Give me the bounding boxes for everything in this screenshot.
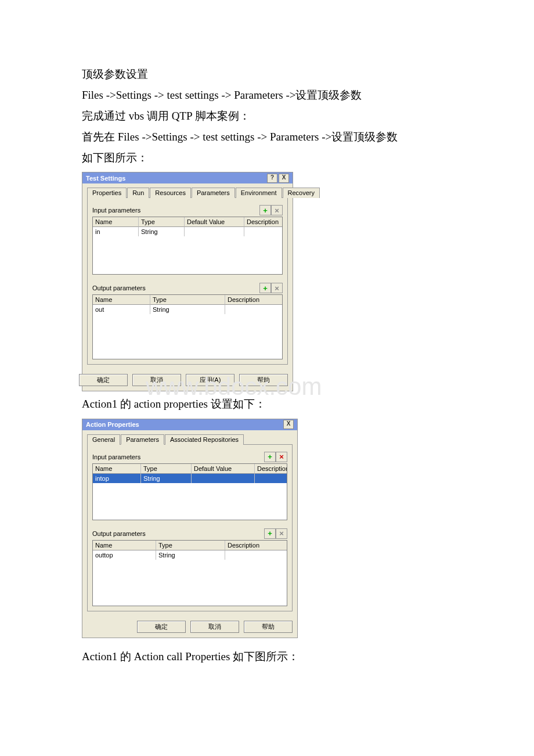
cell-description [255,474,287,483]
dialog-buttons: 确定 取消 帮助 [82,616,297,638]
cell-description [225,550,287,560]
cell-default [192,474,255,483]
cell-type: String [150,305,225,314]
action-properties-dialog: Action Properties X General Parameters A… [82,419,298,638]
output-parameters-grid[interactable]: Name Type Description outtop String [92,540,287,606]
tab-properties[interactable]: Properties [87,188,127,198]
tabs: General Parameters Associated Repositori… [87,434,293,444]
delete-icon[interactable]: × [271,283,283,293]
table-header: Name Type Default Value Description [93,217,282,227]
tab-recovery[interactable]: Recovery [283,188,320,198]
col-default: Default Value [192,464,255,474]
cell-type: String [156,550,225,560]
add-icon[interactable]: + [264,528,276,539]
doc-text: Files ->Settings -> test settings -> Par… [82,85,453,106]
output-parameters-label: Output parameters [92,285,146,291]
col-name: Name [93,217,139,227]
cell-name: in [93,227,139,236]
col-description: Description [244,217,282,227]
col-type: Type [141,464,192,474]
delete-icon[interactable]: × [276,528,287,539]
table-header: Name Type Default Value Description [93,464,287,474]
delete-icon[interactable]: × [271,205,283,215]
output-parameters-label: Output parameters [92,530,146,537]
col-type: Type [150,295,225,305]
test-settings-dialog: Test Settings ? X Properties Run Resourc… [82,172,293,391]
doc-heading: 顶级参数设置 [82,64,453,85]
col-name: Name [93,541,156,550]
cell-default [185,227,244,236]
tab-general[interactable]: General [87,434,120,445]
col-description: Description [225,295,282,305]
tab-panel: Input parameters + × Name Type Default V… [87,444,293,611]
doc-text: 完成通过 vbs 调用 QTP 脚本案例： [82,106,453,127]
dialog-title: Action Properties [86,421,139,428]
add-icon[interactable]: + [259,283,271,293]
cell-description [225,305,282,314]
add-icon[interactable]: + [259,205,271,215]
tab-panel: Input parameters + × Name Type Default V… [87,197,288,365]
cell-name: intop [93,474,141,483]
cell-name: out [93,305,150,314]
tab-run[interactable]: Run [127,188,149,198]
table-row[interactable]: in String [93,227,282,236]
titlebar: Action Properties X [82,419,297,430]
help-button[interactable]: 帮助 [239,374,288,386]
help-icon[interactable]: ? [267,174,277,183]
ok-button[interactable]: 确定 [137,621,186,633]
tab-resources[interactable]: Resources [150,188,191,198]
cancel-button[interactable]: 取消 [190,621,239,633]
doc-text: Action1 的 action properties 设置如下： [82,394,453,415]
ok-button[interactable]: 确定 [79,374,128,386]
doc-text: Action1 的 Action call Properties 如下图所示： [82,646,453,667]
table-row[interactable]: outtop String [93,550,287,560]
input-parameters-label: Input parameters [92,453,140,460]
output-parameters-grid[interactable]: Name Type Description out String [92,294,283,359]
titlebar: Test Settings ? X [82,172,293,183]
tab-environment[interactable]: Environment [236,188,282,198]
col-name: Name [93,295,150,305]
doc-text: 如下图所示： [82,147,453,168]
tab-parameters[interactable]: Parameters [121,434,164,445]
tabs: Properties Run Resources Parameters Envi… [87,187,288,197]
apply-button[interactable]: 应用(A) [186,374,234,386]
cell-type: String [139,227,185,236]
dialog-buttons: 确定 取消 应用(A) 帮助 [82,369,293,391]
cell-type: String [141,474,192,483]
table-header: Name Type Description [93,541,287,550]
col-name: Name [93,464,141,474]
close-icon[interactable]: X [279,174,289,183]
col-description: Description [225,541,287,550]
close-icon[interactable]: X [283,420,294,429]
input-parameters-grid[interactable]: Name Type Default Value Description in S… [92,217,283,275]
table-row[interactable]: out String [93,305,282,314]
input-parameters-grid[interactable]: Name Type Default Value Description into… [92,463,287,520]
help-button[interactable]: 帮助 [244,621,293,633]
tab-associated-repositories[interactable]: Associated Repositories [165,434,244,445]
doc-text: 首先在 Files ->Settings -> test settings ->… [82,127,453,147]
cancel-button[interactable]: 取消 [132,374,181,386]
col-description: Description [255,464,287,474]
table-header: Name Type Description [93,295,282,305]
col-type: Type [156,541,225,550]
col-default: Default Value [185,217,244,227]
tab-parameters[interactable]: Parameters [192,188,235,198]
add-icon[interactable]: + [264,452,276,462]
table-row[interactable]: intop String [93,474,287,483]
delete-icon[interactable]: × [276,452,287,462]
dialog-title: Test Settings [86,175,125,182]
col-type: Type [139,217,185,227]
cell-description [244,227,282,236]
input-parameters-label: Input parameters [92,207,140,214]
cell-name: outtop [93,550,156,560]
